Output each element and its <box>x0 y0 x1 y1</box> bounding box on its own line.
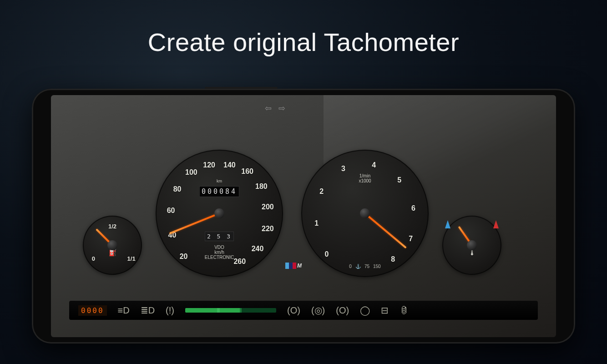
speed-100: 100 <box>185 168 197 177</box>
headline: Create original Tachometer <box>0 27 607 57</box>
fuel-needle-cap <box>107 240 117 250</box>
speed-200: 200 <box>262 203 274 211</box>
tachometer: 0 1 2 3 4 5 6 7 8 1/min x1000 0 ⚓ 75 150 <box>301 150 429 277</box>
brake-warn-icon: (!) <box>166 305 174 316</box>
tach-7: 7 <box>409 235 413 243</box>
temp-hot-marker <box>493 220 499 228</box>
tach-8: 8 <box>391 255 395 263</box>
speed-60: 60 <box>167 207 175 215</box>
brake-system-icon: (O) <box>336 305 349 316</box>
speed-240: 240 <box>252 245 264 253</box>
phone-frame: ⇦ ⇨ 0 1/2 1/1 ⛽ 20 40 60 80 100 120 140 <box>32 89 575 344</box>
battery-icon: ⊟ <box>381 305 389 316</box>
tach-6: 6 <box>411 204 415 212</box>
temp-cold-marker <box>445 220 450 228</box>
econ-bar <box>185 308 276 313</box>
trip-odometer: 2 5 3 <box>205 232 234 241</box>
oil-150: 150 <box>373 264 381 269</box>
odo-km-label: km <box>217 179 222 183</box>
tach-1: 1 <box>314 219 319 228</box>
m-badge: M <box>285 263 302 269</box>
speed-180: 180 <box>255 182 268 191</box>
tach-needle <box>364 212 407 248</box>
digital-clock: 0000 <box>78 305 107 316</box>
fog-light-icon: ≡D <box>118 305 130 316</box>
speed-20: 20 <box>180 253 188 261</box>
dashboard-photo: ⇦ ⇨ 0 1/2 1/1 ⛽ 20 40 60 80 100 120 140 <box>51 95 556 337</box>
tach-0: 0 <box>325 250 329 258</box>
headlight-icon: ≣D <box>141 305 155 316</box>
warning-light-strip: 0000 ≡D ≣D (!) (O) (◎) (O) ◯ ⊟ 🛢 <box>69 301 538 320</box>
speed-220: 220 <box>262 225 274 233</box>
turn-left-indicator: ⇦ <box>265 103 272 113</box>
tach-3: 3 <box>341 165 345 173</box>
speed-160: 160 <box>241 167 253 176</box>
speed-needle <box>169 212 220 234</box>
tach-4: 4 <box>372 161 376 169</box>
odometer: 000084 <box>199 186 239 197</box>
temp-gauge: 🌡 <box>442 216 501 275</box>
fuel-tick-half: 1/2 <box>108 223 116 230</box>
oil-0: 0 <box>349 264 352 269</box>
brake-pad-icon: (O) <box>287 305 300 316</box>
speed-80: 80 <box>173 185 182 193</box>
oil-pressure-subgauge: 0 ⚓ 75 150 <box>349 264 380 269</box>
turn-right-indicator: ⇨ <box>278 103 285 113</box>
check-icon: ◯ <box>360 305 370 316</box>
instrument-cluster: 0 1/2 1/1 ⛽ 20 40 60 80 100 120 140 160 … <box>69 136 538 286</box>
temp-needle-cap <box>467 240 477 250</box>
m-badge-letter: M <box>296 263 302 269</box>
speed-140: 140 <box>223 161 236 169</box>
tach-2: 2 <box>319 187 324 196</box>
oil-icon: 🛢 <box>400 305 409 316</box>
speed-needle-cap <box>214 208 224 218</box>
tach-needle-cap <box>360 208 370 218</box>
tach-unit-label: 1/min x1000 <box>359 173 371 183</box>
fuel-tick-full: 1/1 <box>127 255 136 262</box>
speedometer: 20 40 60 80 100 120 140 160 180 200 220 … <box>156 150 283 277</box>
fuel-tick-0: 0 <box>92 255 95 262</box>
oil-75: 75 <box>364 264 369 269</box>
speed-120: 120 <box>203 161 215 169</box>
speed-260: 260 <box>233 258 246 266</box>
tach-5: 5 <box>397 176 401 184</box>
speed-unit-label: VDO km/h ELECTRONIC <box>205 245 234 260</box>
abs-icon: (◎) <box>311 305 325 316</box>
fuel-gauge: 0 1/2 1/1 ⛽ <box>83 216 142 275</box>
